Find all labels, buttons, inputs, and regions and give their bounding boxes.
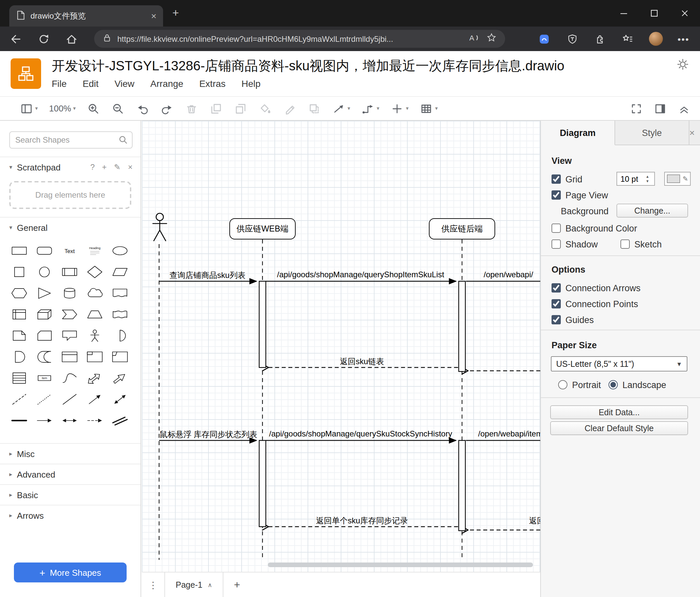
read-aloud-icon[interactable]: A — [467, 31, 481, 46]
participant-web[interactable]: 供应链WEB端 — [229, 218, 296, 239]
address-bar[interactable]: https://file.kkview.cn/onlinePreview?url… — [94, 30, 505, 48]
search-shapes-input[interactable] — [9, 132, 132, 149]
shape-bidirectional-arrow[interactable] — [82, 367, 107, 389]
section-general[interactable]: ▾ General — [0, 217, 141, 237]
line-color-button[interactable] — [283, 102, 297, 115]
theme-toggle-icon[interactable] — [676, 58, 690, 71]
message-label[interactable]: /open/webapi/item — [471, 429, 540, 438]
paper-size-select[interactable]: US-Letter (8,5" x 11") ▼ — [551, 356, 688, 372]
shape-ellipse[interactable] — [107, 240, 132, 261]
tab-style[interactable]: Style — [615, 121, 690, 145]
sequence-diagram-lines[interactable] — [142, 121, 540, 572]
menu-help[interactable]: Help — [242, 78, 261, 89]
connection-style-button[interactable]: ▾ — [332, 102, 350, 115]
shape-cube[interactable] — [32, 304, 57, 325]
edit-scratchpad-icon[interactable]: ✎ — [114, 163, 121, 172]
back-button[interactable] — [8, 31, 24, 47]
add-scratchpad-icon[interactable]: + — [102, 163, 107, 172]
shape-process[interactable] — [57, 261, 82, 283]
view-panels-button[interactable]: ▾ — [20, 102, 38, 115]
fill-color-button[interactable] — [259, 102, 272, 115]
background-color-checkbox[interactable] — [551, 223, 561, 233]
shape-horizontal-double-arrow[interactable] — [57, 410, 82, 431]
section-scratchpad[interactable]: ▾ Scratchpad ? + ✎ × — [0, 157, 141, 177]
grid-color-button[interactable]: ✎ — [664, 172, 691, 186]
window-close-button[interactable] — [670, 0, 700, 26]
grid-size-input[interactable] — [617, 174, 644, 184]
page-tab[interactable]: Page-1 ∧ — [165, 572, 223, 597]
shape-dotted-line[interactable] — [32, 389, 57, 410]
shape-list[interactable] — [7, 367, 32, 389]
portrait-radio[interactable] — [558, 380, 568, 389]
shape-cloud[interactable] — [82, 283, 107, 304]
section-basic[interactable]: ▸Basic — [0, 484, 141, 505]
add-page-button[interactable]: + — [234, 579, 240, 591]
message-label[interactable]: 鼠标悬浮 库存同步状态列表 — [154, 429, 263, 440]
shape-step[interactable] — [57, 304, 82, 325]
participant-backend[interactable]: 供应链后端 — [429, 218, 495, 239]
message-label[interactable]: /api/goods/shopManage/queryShopItemSkuLi… — [269, 270, 452, 279]
clear-default-style-button[interactable]: Clear Default Style — [550, 421, 688, 435]
format-close-icon[interactable]: × — [690, 127, 695, 138]
shape-actor[interactable] — [82, 325, 107, 346]
message-label[interactable]: /api/goods/shopManage/querySkuStockSyncH… — [267, 429, 455, 438]
shadow-checkbox[interactable] — [551, 239, 561, 249]
help-icon[interactable]: ? — [90, 163, 95, 172]
refresh-button[interactable] — [36, 31, 52, 47]
page-view-checkbox[interactable] — [551, 190, 561, 200]
shape-diagonal-arrow-2[interactable] — [107, 389, 132, 410]
shape-card[interactable] — [32, 325, 57, 346]
shape-tape[interactable] — [107, 304, 132, 325]
scratchpad-dropzone[interactable]: Drag elements here — [9, 181, 131, 209]
shape-triangle[interactable] — [32, 283, 57, 304]
to-back-button[interactable] — [234, 102, 248, 115]
zoom-in-button[interactable] — [87, 102, 100, 115]
sketch-checkbox[interactable] — [621, 239, 630, 249]
shape-list-item[interactable]: Item — [32, 367, 57, 389]
settings-menu-icon[interactable]: ••• — [675, 30, 692, 47]
landscape-radio[interactable] — [608, 380, 618, 389]
minimize-button[interactable] — [608, 0, 639, 26]
shape-link[interactable] — [107, 410, 132, 431]
grid-checkbox[interactable] — [551, 174, 561, 184]
undo-button[interactable] — [136, 102, 149, 115]
shape-dashed-line[interactable] — [7, 389, 32, 410]
delete-button[interactable] — [185, 102, 199, 115]
format-panel-button[interactable] — [654, 102, 667, 115]
message-label[interactable]: 返回sku链表 — [316, 356, 408, 367]
shape-trapezoid[interactable] — [82, 304, 107, 325]
message-label[interactable]: 返回单个sku库存同步记录 — [309, 516, 415, 527]
menu-file[interactable]: File — [52, 78, 67, 89]
actor-shape[interactable] — [151, 212, 168, 244]
shape-curve[interactable] — [57, 367, 82, 389]
shape-or[interactable] — [107, 325, 132, 346]
maximize-button[interactable] — [639, 0, 670, 26]
zoom-select[interactable]: 100%▾ — [49, 103, 76, 114]
shape-line[interactable] — [57, 389, 82, 410]
background-change-button[interactable]: Change... — [617, 204, 688, 218]
shape-cylinder[interactable] — [57, 283, 82, 304]
message-label[interactable]: /open/webapi/ — [472, 270, 540, 279]
profile-avatar[interactable] — [647, 30, 664, 47]
horizontal-scrollbar[interactable] — [268, 563, 533, 567]
message-label[interactable]: 查询店铺商品sku列表 — [158, 270, 257, 281]
redo-button[interactable] — [161, 102, 174, 115]
message-label[interactable]: 返回 — [517, 516, 540, 527]
shadow-button[interactable] — [308, 102, 321, 115]
connection-points-checkbox[interactable] — [551, 299, 561, 308]
to-front-button[interactable] — [210, 102, 223, 115]
shape-frame[interactable] — [107, 346, 132, 367]
url-text[interactable]: https://file.kkview.cn/onlinePreview?url… — [117, 34, 462, 44]
browser-tab[interactable]: drawio文件预览 × — [9, 5, 163, 26]
extensions-puzzle-icon[interactable] — [591, 30, 608, 47]
favorite-star-icon[interactable] — [486, 32, 497, 46]
zoom-out-button[interactable] — [112, 102, 125, 115]
shape-rounded-rectangle[interactable] — [32, 240, 57, 261]
shape-square[interactable] — [7, 261, 32, 283]
shape-textbox[interactable]: Heading — [82, 240, 107, 261]
copilot-icon[interactable] — [535, 30, 553, 47]
shape-callout[interactable] — [57, 325, 82, 346]
section-arrows[interactable]: ▸Arrows — [0, 505, 141, 525]
home-button[interactable] — [64, 31, 79, 47]
new-tab-button[interactable]: + — [172, 7, 179, 20]
